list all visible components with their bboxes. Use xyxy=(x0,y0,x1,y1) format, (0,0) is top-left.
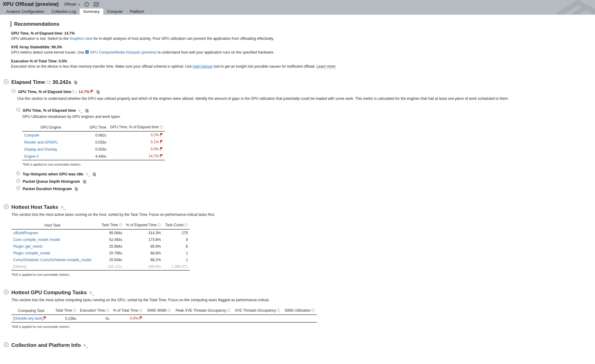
elapsed-time-value: 30.242s xyxy=(52,79,71,85)
column-header-label: % of Elapsed Time xyxy=(126,223,157,227)
metric-help-icon xyxy=(168,309,171,313)
percent-cell: 0.2% xyxy=(150,133,159,137)
copy-icon[interactable] xyxy=(74,80,78,84)
recommendation-text-lead: GPU utilization is low. Switch to the xyxy=(11,36,70,41)
column-header-label: Total Time xyxy=(55,308,72,313)
expand-collection-info-icon[interactable] xyxy=(3,342,9,349)
guide-map-icon[interactable]: ? xyxy=(93,2,99,7)
copy-icon[interactable] xyxy=(85,108,89,113)
expand-icon[interactable] xyxy=(16,186,21,192)
metric-help-icon xyxy=(72,89,75,95)
table-row: Render and GPGPU 0.033s 0.1% xyxy=(22,139,165,146)
elapsed-percent-cell: 446.8% xyxy=(124,263,163,270)
task-count-cell: 275 xyxy=(163,229,190,236)
performance-flag-icon xyxy=(139,316,142,321)
table-row: Engine 0 4.440s 14.7% xyxy=(22,153,165,160)
tab-collection-log[interactable]: Collection Log xyxy=(48,9,79,15)
simd-width-cell xyxy=(144,315,174,322)
metric-help-icon xyxy=(277,309,280,313)
tab-analysis-configuration[interactable]: Analysis Configuration xyxy=(2,9,48,15)
copy-icon[interactable] xyxy=(96,90,100,94)
collapse-gpu-breakdown-icon[interactable] xyxy=(16,107,21,113)
performance-flag-icon xyxy=(160,140,163,144)
collapse-elapsed-time-icon[interactable] xyxy=(3,79,9,86)
mode-dropdown[interactable]: Offload ▾ xyxy=(64,2,80,6)
task-time-cell: 95.064s xyxy=(93,229,124,236)
engine-link[interactable]: Compute xyxy=(24,133,39,137)
tab-compute[interactable]: Compute xyxy=(103,9,126,15)
table-row: [Outside any task] 0.236s 0s 0.0% xyxy=(11,315,317,322)
percent-cell: 0.0% xyxy=(150,147,159,151)
gpu-engine-table: GPU Engine GPU Time GPU Time, % of Elaps… xyxy=(22,124,165,160)
recommendations-accent-bar xyxy=(10,21,12,27)
collapsed-section-label: Top Hotspots when GPU was idle xyxy=(23,172,83,176)
intel-advisor-link[interactable]: Intel Advisor xyxy=(193,64,213,69)
command-line-icon[interactable]: >_ xyxy=(83,343,88,348)
command-line-icon[interactable]: >_ xyxy=(86,172,90,176)
task-count-cell: 6 xyxy=(163,243,190,250)
expand-icon[interactable] xyxy=(16,171,21,177)
collapsed-section-top-hotspots: Top Hotspots when GPU was idle >_ xyxy=(16,171,595,177)
table-row: Plugin::compile_model 20.795s 68.8% 1 xyxy=(11,250,190,257)
recommendation-heading: Execution % of Total Time: 0.0% xyxy=(11,59,595,63)
table-row: Compute 0.062s 0.2% xyxy=(22,131,165,139)
elapsed-percent-cell: 85.9% xyxy=(124,243,163,250)
host-task-link[interactable]: Plugin::get_metric xyxy=(13,244,43,249)
performance-flag-icon xyxy=(44,316,47,321)
copy-icon[interactable] xyxy=(74,187,78,191)
table-row: Plugin::get_metric 25.984s 85.9% 6 xyxy=(11,243,190,250)
metric-help-icon xyxy=(45,80,49,85)
engine-link[interactable]: Engine 0 xyxy=(24,154,39,159)
recommendation-text-lead: GPU metrics detect some kernel issues. U… xyxy=(11,50,85,54)
tab-summary[interactable]: Summary xyxy=(80,9,103,15)
recommendation-text-tail: for in-depth analysis of host activity. … xyxy=(93,36,274,41)
expand-icon[interactable] xyxy=(16,178,21,184)
engine-link[interactable]: Display and Overlay xyxy=(24,147,57,152)
metric-help-icon xyxy=(227,309,230,313)
collapse-host-tasks-icon[interactable] xyxy=(3,204,9,211)
gpu-hotspots-link[interactable]: GPU Compute/Media Hotspots (preview) xyxy=(90,50,156,54)
tab-platform[interactable]: Platform xyxy=(126,9,148,15)
page-title: XPU Offload (preview) xyxy=(3,1,59,7)
collapsed-section-label: Packet Queue Depth Histogram xyxy=(23,179,80,184)
table-footnote: *N/A is applied to non-summable metrics. xyxy=(11,325,595,328)
task-time-cell: 25.984s xyxy=(93,243,124,250)
command-line-icon[interactable]: >_ xyxy=(61,205,66,210)
collection-info-title: Collection and Platform Info xyxy=(11,342,81,348)
computing-task-link[interactable]: [Outside any task] xyxy=(13,316,43,321)
host-task-link[interactable]: clBuildProgram xyxy=(13,231,38,235)
metric-help-icon xyxy=(184,223,188,227)
metric-help-icon xyxy=(119,223,122,227)
host-task-link[interactable]: Core::compile_model::model xyxy=(13,238,60,242)
column-header: % of Elapsed Time xyxy=(124,222,163,229)
learn-more-link[interactable]: Learn more xyxy=(316,64,335,69)
help-icon[interactable]: ? xyxy=(84,2,89,7)
gpu-tasks-description: This section lists the most active compu… xyxy=(11,298,595,302)
column-header: Execution Time xyxy=(78,307,111,315)
copy-icon[interactable] xyxy=(92,172,96,176)
collapsed-section-packet-queue-depth: Packet Queue Depth Histogram xyxy=(16,178,595,184)
command-line-icon[interactable]: >_ xyxy=(89,290,94,295)
recommendation-text-mid: tool to get an insight into possible cau… xyxy=(213,64,316,69)
task-time-cell: 20.634s xyxy=(93,257,124,263)
engine-link[interactable]: Render and GPGPU xyxy=(24,140,58,144)
collapse-gpu-tasks-icon[interactable] xyxy=(3,289,9,296)
table-footnote: *N/A is applied to non-summable metrics. xyxy=(11,273,595,276)
column-header: Task Count xyxy=(163,222,190,229)
metric-help-icon xyxy=(157,223,161,227)
command-line-icon[interactable]: >_ xyxy=(78,108,82,113)
performance-flag-icon xyxy=(160,154,163,159)
host-task-link[interactable]: Plugin::compile_model xyxy=(13,251,50,255)
percent-cell: 0.1% xyxy=(150,140,159,144)
host-task-link[interactable]: CumuSchedule::CumuSchedule:compile_model xyxy=(13,258,91,262)
percent-cell: 14.7% xyxy=(149,154,159,158)
recommendation-heading: XVE Array Stalled/Idle: 99.3% xyxy=(11,45,595,49)
graphics-view-link[interactable]: Graphics view xyxy=(70,36,93,41)
collapse-gpu-time-icon[interactable] xyxy=(11,89,16,95)
copy-icon[interactable] xyxy=(82,179,86,184)
column-header-label: Peak XVE Threads Occupancy xyxy=(176,308,226,313)
column-header-label: Task Count xyxy=(165,223,184,227)
column-header: GPU Time, % of Elapsed time xyxy=(108,124,165,131)
elapsed-percent-cell: 68.2% xyxy=(124,257,163,263)
column-header-label: SIMD Width xyxy=(147,308,167,313)
